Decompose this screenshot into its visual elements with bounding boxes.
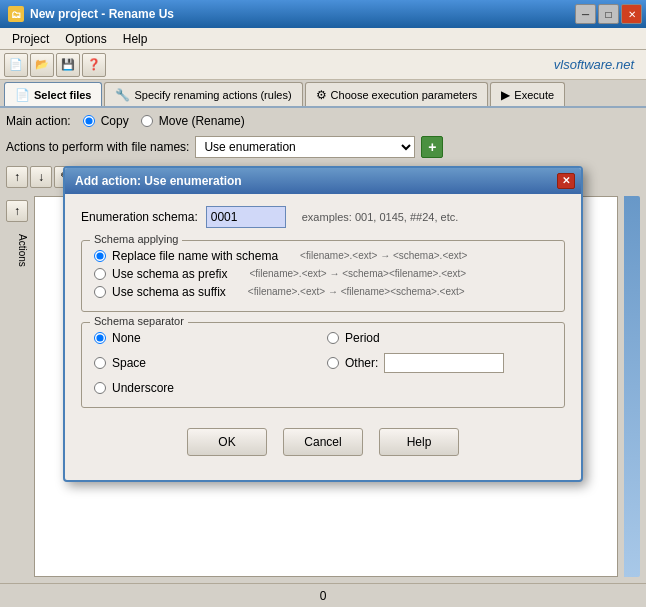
ok-button[interactable]: OK [187,428,267,456]
cancel-button[interactable]: Cancel [283,428,363,456]
underscore-radio-row: Underscore [94,381,319,395]
schema-applying-legend: Schema applying [90,233,182,245]
separator-grid: None Period Space Other: [94,331,552,399]
replace-filename-radio-row: Replace file name with schema <filename>… [94,249,552,263]
schema-input[interactable] [206,206,286,228]
other-label: Other: [345,356,378,370]
other-input[interactable] [384,353,504,373]
separator-legend: Schema separator [90,315,188,327]
prefix-radio[interactable] [94,268,106,280]
replace-filename-label: Replace file name with schema [112,249,278,263]
period-radio-row: Period [327,331,552,345]
suffix-label: Use schema as suffix [112,285,226,299]
schema-separator-group: Schema separator None Period Space [81,322,565,408]
none-label: None [112,331,141,345]
modal-dialog: Add action: Use enumeration ✕ Enumeratio… [63,166,583,482]
prefix-radio-row: Use schema as prefix <filename>.<ext> → … [94,267,552,281]
example-text: examples: 001, 0145, ##24, etc. [302,211,459,223]
modal-overlay: Add action: Use enumeration ✕ Enumeratio… [0,0,646,607]
modal-title: Add action: Use enumeration [75,174,242,188]
app-window: 🗂 New project - Rename Us ─ □ ✕ Project … [0,0,646,607]
none-radio[interactable] [94,332,106,344]
space-radio-row: Space [94,353,319,373]
suffix-radio[interactable] [94,286,106,298]
replace-filename-radio[interactable] [94,250,106,262]
suffix-radio-row: Use schema as suffix <filename>.<ext> → … [94,285,552,299]
schema-applying-group: Schema applying Replace file name with s… [81,240,565,312]
underscore-radio[interactable] [94,382,106,394]
prefix-hint: <filename>.<ext> → <schema><filename>.<e… [249,268,466,279]
none-radio-row: None [94,331,319,345]
modal-title-bar: Add action: Use enumeration ✕ [65,168,581,194]
modal-close-button[interactable]: ✕ [557,173,575,189]
suffix-hint: <filename>.<ext> → <filename><schema>.<e… [248,286,465,297]
schema-label: Enumeration schema: [81,210,198,224]
underscore-label: Underscore [112,381,174,395]
modal-body: Enumeration schema: examples: 001, 0145,… [65,194,581,480]
modal-footer: OK Cancel Help [81,420,565,468]
period-label: Period [345,331,380,345]
other-radio-row: Other: [327,353,552,373]
replace-filename-hint: <filename>.<ext> → <schema>.<ext> [300,250,467,261]
period-radio[interactable] [327,332,339,344]
other-radio[interactable] [327,357,339,369]
space-label: Space [112,356,146,370]
schema-form-row: Enumeration schema: examples: 001, 0145,… [81,206,565,228]
prefix-label: Use schema as prefix [112,267,227,281]
help-dialog-button[interactable]: Help [379,428,459,456]
space-radio[interactable] [94,357,106,369]
